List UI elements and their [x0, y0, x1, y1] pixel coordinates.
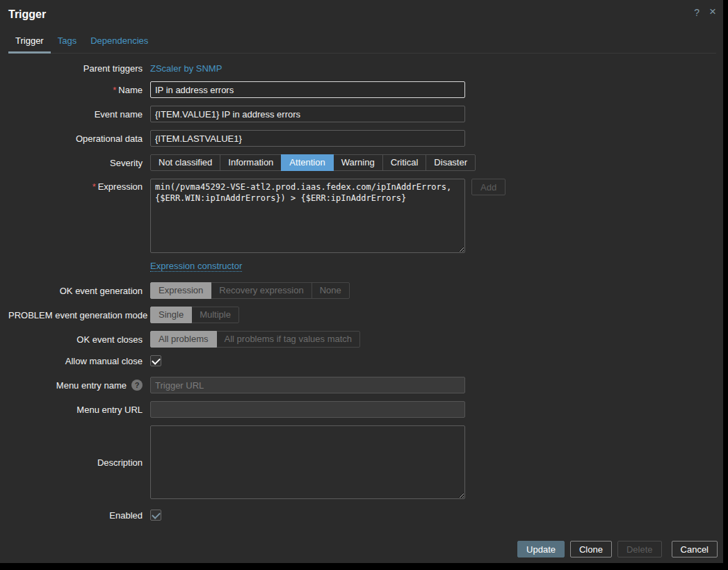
- severity-option-critical[interactable]: Critical: [382, 154, 427, 171]
- name-label: *Name: [8, 85, 143, 95]
- row-problem-event-generation-mode: PROBLEM event generation mode Single Mul…: [8, 307, 723, 323]
- required-marker: *: [113, 85, 116, 95]
- row-menu-entry-name: Menu entry name ?: [8, 377, 723, 393]
- menu-entry-name-label: Menu entry name ?: [8, 380, 143, 391]
- ok-event-closes-option-tag-values-match: All problems if tag values match: [216, 331, 361, 348]
- allow-manual-close-checkbox[interactable]: [150, 355, 161, 366]
- allow-manual-close-label: Allow manual close: [8, 356, 143, 366]
- problem-event-generation-mode-label: PROBLEM event generation mode: [8, 310, 143, 320]
- tab-bar: Trigger Tags Dependencies: [8, 32, 716, 54]
- row-enabled: Enabled: [8, 510, 723, 521]
- header-icons: ? ×: [694, 7, 716, 18]
- row-ok-event-closes: OK event closes All problems All problem…: [8, 331, 723, 348]
- description-label: Description: [8, 457, 143, 468]
- dialog-title: Trigger: [8, 8, 46, 21]
- event-name-input[interactable]: [150, 106, 465, 122]
- row-name: *Name: [8, 81, 723, 98]
- severity-option-information[interactable]: Information: [220, 154, 282, 171]
- severity-option-not-classified[interactable]: Not classified: [150, 154, 220, 171]
- ok-event-generation-option-expression: Expression: [150, 282, 211, 299]
- enabled-checkbox: [150, 510, 161, 521]
- row-event-name: Event name: [8, 106, 723, 122]
- trigger-dialog: Trigger ? × Trigger Tags Dependencies Pa…: [0, 0, 723, 563]
- ok-event-closes-segmented-control: All problems All problems if tag values …: [150, 331, 360, 348]
- severity-label: Severity: [8, 158, 143, 168]
- row-ok-event-generation: OK event generation Expression Recovery …: [8, 282, 723, 299]
- menu-entry-name-help-icon[interactable]: ?: [131, 380, 143, 391]
- expression-constructor-link[interactable]: Expression constructor: [150, 261, 242, 272]
- operational-data-input[interactable]: [150, 130, 465, 147]
- row-severity: Severity Not classified Information Atte…: [8, 154, 723, 171]
- row-operational-data: Operational data: [8, 130, 723, 147]
- menu-entry-url-input[interactable]: [150, 401, 465, 418]
- cancel-button[interactable]: Cancel: [672, 541, 718, 557]
- delete-button: Delete: [617, 541, 662, 557]
- ok-event-generation-segmented-control: Expression Recovery expression None: [150, 282, 350, 299]
- clone-button[interactable]: Clone: [570, 541, 612, 557]
- row-description: Description: [8, 425, 723, 499]
- row-expression-constructor: Expression constructor: [8, 261, 723, 272]
- ok-event-closes-option-all-problems: All problems: [150, 331, 217, 348]
- tab-tags[interactable]: Tags: [51, 32, 83, 53]
- dialog-header: Trigger ? ×: [0, 0, 723, 21]
- dialog-footer: Update Clone Delete Cancel: [517, 541, 718, 557]
- operational-data-label: Operational data: [8, 133, 143, 144]
- help-icon[interactable]: ?: [694, 7, 699, 18]
- required-marker: *: [92, 181, 96, 192]
- parent-trigger-link[interactable]: ZScaler by SNMP: [150, 63, 222, 74]
- severity-option-attention[interactable]: Attention: [281, 154, 333, 171]
- severity-option-warning[interactable]: Warning: [333, 154, 383, 171]
- name-input[interactable]: [150, 81, 465, 98]
- enabled-label: Enabled: [8, 510, 143, 521]
- event-name-label: Event name: [8, 109, 143, 120]
- trigger-form: Parent triggers ZScaler by SNMP *Name Ev…: [0, 54, 723, 521]
- parent-triggers-label: Parent triggers: [8, 63, 143, 74]
- expression-textarea[interactable]: min(/pvma45292-VSE-atl2.prod.iaas.fedex.…: [150, 179, 465, 253]
- severity-segmented-control: Not classified Information Attention War…: [150, 154, 476, 171]
- close-icon[interactable]: ×: [709, 7, 716, 18]
- row-parent-triggers: Parent triggers ZScaler by SNMP: [8, 63, 723, 74]
- update-button[interactable]: Update: [517, 541, 565, 557]
- row-allow-manual-close: Allow manual close: [8, 355, 723, 366]
- ok-event-generation-option-none: None: [312, 282, 350, 299]
- problem-mode-option-single: Single: [150, 307, 192, 323]
- row-expression: *Expression min(/pvma45292-VSE-atl2.prod…: [8, 179, 723, 253]
- ok-event-generation-option-recovery-expression: Recovery expression: [211, 282, 312, 299]
- menu-entry-url-label: Menu entry URL: [8, 405, 143, 415]
- tab-trigger[interactable]: Trigger: [8, 32, 51, 54]
- ok-event-generation-label: OK event generation: [8, 286, 143, 296]
- problem-mode-option-multiple: Multiple: [191, 307, 239, 323]
- problem-event-generation-mode-segmented-control: Single Multiple: [150, 307, 239, 323]
- menu-entry-name-input[interactable]: [150, 377, 465, 393]
- expression-add-button: Add: [471, 179, 505, 195]
- expression-label: *Expression: [8, 179, 143, 192]
- severity-option-disaster[interactable]: Disaster: [426, 154, 476, 171]
- description-textarea[interactable]: [150, 425, 465, 499]
- row-menu-entry-url: Menu entry URL: [8, 401, 723, 418]
- tab-dependencies[interactable]: Dependencies: [83, 32, 155, 53]
- ok-event-closes-label: OK event closes: [8, 334, 143, 345]
